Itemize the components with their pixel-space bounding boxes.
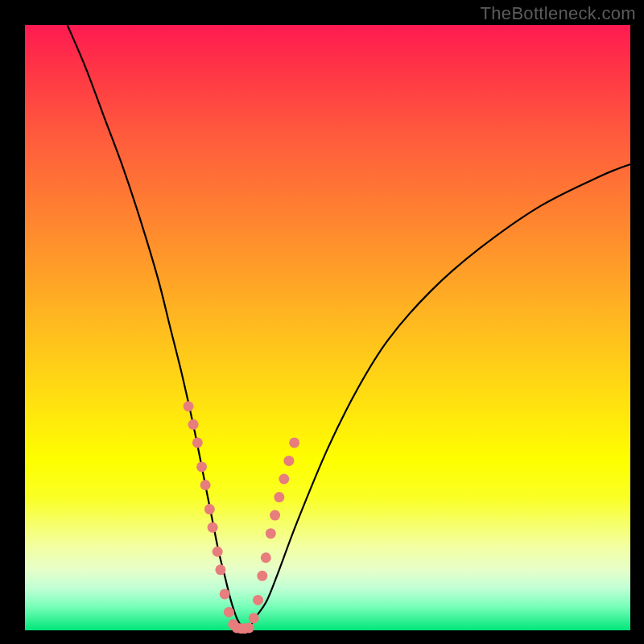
highlight-dot	[215, 564, 225, 575]
plot-area	[25, 25, 630, 630]
highlight-dot	[188, 419, 199, 430]
highlight-dot	[283, 456, 294, 466]
highlight-dot	[213, 547, 223, 557]
highlight-dot	[204, 504, 215, 514]
highlight-dot	[192, 437, 203, 448]
outer-frame: TheBottleneck.com	[0, 0, 644, 644]
highlight-dot	[249, 613, 259, 623]
highlight-dot	[270, 510, 280, 521]
highlight-dots	[184, 401, 300, 634]
highlight-dot	[266, 528, 276, 539]
bottleneck-curve	[68, 25, 630, 629]
highlight-dot	[184, 401, 194, 411]
highlight-dot	[257, 571, 267, 581]
highlight-dot	[244, 622, 254, 633]
highlight-dot	[274, 492, 284, 502]
curve-layer	[25, 25, 630, 630]
highlight-dot	[220, 588, 230, 599]
highlight-dot	[224, 607, 234, 617]
watermark-text: TheBottleneck.com	[481, 3, 636, 24]
highlight-dot	[200, 480, 211, 490]
highlight-dot	[261, 552, 271, 563]
highlight-dot	[208, 522, 218, 533]
highlight-dot	[289, 437, 299, 448]
highlight-dot	[253, 595, 263, 605]
highlight-dot	[196, 461, 207, 472]
highlight-dot	[279, 474, 289, 485]
